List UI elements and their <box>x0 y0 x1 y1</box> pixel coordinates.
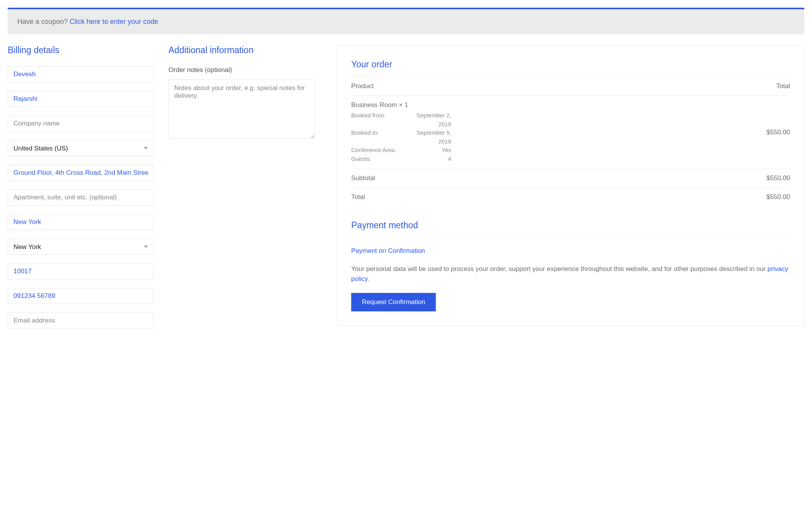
guests-value: 4 <box>403 155 451 164</box>
country-select-wrapper: United States (US) <box>8 140 154 156</box>
state-select-wrapper: New York <box>8 239 154 255</box>
request-confirmation-button[interactable]: Request Confirmation <box>351 293 436 311</box>
payment-method-name[interactable]: Payment on Confirmation <box>351 237 790 255</box>
payment-section: Payment method Payment on Confirmation Y… <box>351 220 790 311</box>
postcode-input[interactable] <box>8 263 154 279</box>
order-box: Your order Product Total Business Room ×… <box>337 45 804 326</box>
conference-value: Yes <box>403 146 451 155</box>
billing-column: Billing details United States (US) <box>8 45 154 337</box>
subtotal-value: $550.00 <box>706 169 790 188</box>
guests-label: Guests: <box>351 155 403 164</box>
booked-to-label: Booked to: <box>351 129 403 146</box>
conference-label: Conference Area: <box>351 146 403 155</box>
subtotal-row: Subtotal $550.00 <box>351 169 790 188</box>
order-table: Product Total Business Room × 1 Booked f… <box>351 77 790 206</box>
email-input[interactable] <box>8 313 154 329</box>
subtotal-label: Subtotal <box>351 169 706 188</box>
order-header-total: Total <box>706 77 790 96</box>
booking-meta: Booked from: September 2, 2019 Booked to… <box>351 111 706 163</box>
order-notes-textarea[interactable] <box>168 79 315 139</box>
total-value: $550.00 <box>706 188 790 207</box>
product-name: Business Room <box>351 101 399 109</box>
coupon-banner: Have a coupon? Click here to enter your … <box>8 8 804 34</box>
order-notes-label: Order notes (optional) <box>168 66 315 74</box>
privacy-text-after: . <box>367 275 369 283</box>
booked-from-value: September 2, 2019 <box>403 111 451 129</box>
coupon-text: Have a coupon? <box>17 18 70 25</box>
additional-column: Additional information Order notes (opti… <box>168 45 315 140</box>
order-line-item: Business Room × 1 Booked from: September… <box>351 96 790 169</box>
payment-title: Payment method <box>351 220 790 231</box>
state-select[interactable]: New York <box>8 239 154 255</box>
line-total: $550.00 <box>706 96 790 169</box>
privacy-text: Your personal data will be used to proce… <box>351 264 790 284</box>
company-input[interactable] <box>8 115 154 132</box>
privacy-text-before: Your personal data will be used to proce… <box>351 265 767 273</box>
address1-input[interactable] <box>8 165 154 181</box>
country-select[interactable]: United States (US) <box>8 140 154 156</box>
coupon-link[interactable]: Click here to enter your code <box>70 18 158 25</box>
first-name-input[interactable] <box>8 66 154 82</box>
order-column: Your order Product Total Business Room ×… <box>337 45 804 326</box>
last-name-input[interactable] <box>8 91 154 107</box>
billing-title: Billing details <box>8 45 154 55</box>
city-input[interactable] <box>8 214 154 230</box>
booked-from-label: Booked from: <box>351 111 403 129</box>
total-row: Total $550.00 <box>351 188 790 207</box>
address2-input[interactable] <box>8 189 154 206</box>
phone-input[interactable] <box>8 288 154 304</box>
product-qty: × 1 <box>399 101 408 109</box>
booked-to-value: September 5, 2019 <box>403 129 451 146</box>
total-label: Total <box>351 188 706 207</box>
order-title: Your order <box>351 59 790 70</box>
additional-title: Additional information <box>168 45 315 55</box>
order-header-product: Product <box>351 77 706 96</box>
